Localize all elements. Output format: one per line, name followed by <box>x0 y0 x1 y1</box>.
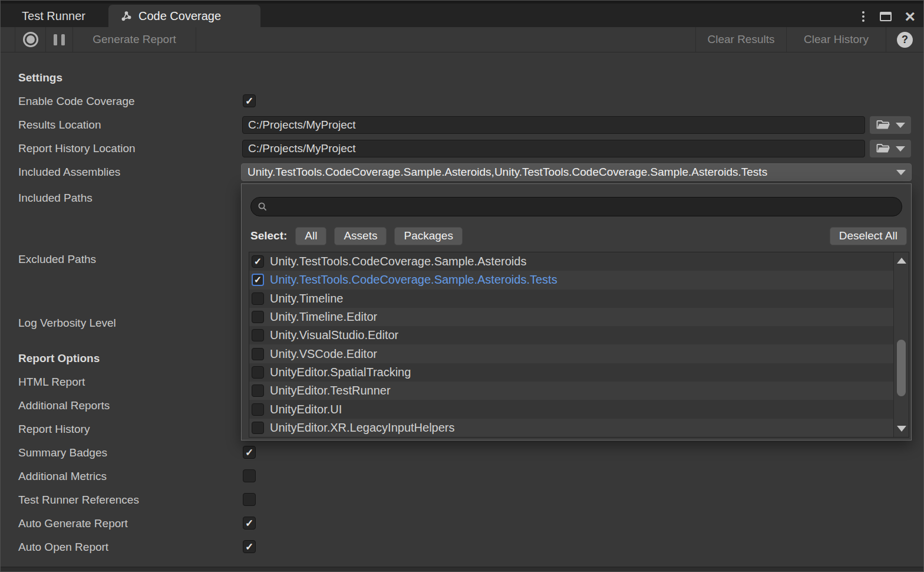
assembly-list-item[interactable]: Unity.Timeline.Editor <box>249 308 893 326</box>
assembly-item-name: UnityEditor.UI <box>270 403 342 416</box>
assembly-search-box[interactable] <box>250 197 902 216</box>
window-controls: × <box>860 8 915 25</box>
auto-generate-report-checkbox[interactable] <box>243 517 256 530</box>
assembly-item-checkbox[interactable] <box>252 366 264 379</box>
folder-dropdown-arrow-icon <box>896 123 905 128</box>
assembly-list-scrollbar[interactable] <box>893 252 909 437</box>
toolbar-spacer <box>1 27 15 52</box>
scrollbar-thumb[interactable] <box>897 340 906 396</box>
help-icon: ? <box>897 32 913 48</box>
report-history-location-label: Report History Location <box>18 142 136 156</box>
pause-button[interactable] <box>46 27 73 52</box>
help-button[interactable]: ? <box>886 27 923 52</box>
assembly-item-checkbox[interactable] <box>252 403 264 416</box>
tab-code-coverage[interactable]: Code Coverage <box>108 5 260 27</box>
assembly-list-item[interactable]: Unity.Timeline <box>249 290 893 308</box>
assembly-item-checkbox[interactable] <box>252 274 264 286</box>
results-location-field[interactable]: C:/Projects/MyProject <box>242 116 865 134</box>
additional-metrics-label: Additional Metrics <box>18 469 107 484</box>
assembly-list-item[interactable]: UnityEditor.SpatialTracking <box>249 363 893 382</box>
assembly-list-item[interactable]: UnityEditor.XR.LegacyInputHelpers <box>249 419 893 437</box>
assembly-item-name: Unity.Timeline <box>270 292 343 305</box>
assembly-list-item[interactable]: Unity.VisualStudio.Editor <box>249 326 893 344</box>
code-coverage-icon <box>120 10 133 22</box>
window-menu-kebab-icon[interactable] <box>860 10 867 23</box>
maximize-icon[interactable] <box>880 12 892 21</box>
clear-results-button[interactable]: Clear Results <box>695 27 786 52</box>
additional-metrics-checkbox[interactable] <box>243 469 256 482</box>
folder-icon <box>876 143 890 154</box>
record-button[interactable] <box>15 27 46 52</box>
unity-editor-window: Test Runner Code Coverage × <box>0 0 924 572</box>
assembly-list-item[interactable]: Unity.TestTools.CodeCoverage.Sample.Aste… <box>249 252 893 271</box>
excluded-paths-label: Excluded Paths <box>18 252 96 267</box>
folder-icon <box>876 120 890 130</box>
assembly-list-item[interactable]: Unity.TestTools.CodeCoverage.Sample.Aste… <box>249 271 893 289</box>
tab-code-coverage-label: Code Coverage <box>138 9 221 23</box>
auto-generate-report-label: Auto Generate Report <box>18 517 128 531</box>
included-paths-label: Included Paths <box>18 191 93 205</box>
clear-history-button[interactable]: Clear History <box>786 27 886 52</box>
tab-test-runner[interactable]: Test Runner <box>4 5 103 27</box>
results-location-label: Results Location <box>18 118 101 132</box>
assembly-item-name: UnityEditor.TestRunner <box>270 384 391 397</box>
search-icon <box>258 202 268 212</box>
select-label: Select: <box>250 229 287 242</box>
generate-report-button[interactable]: Generate Report <box>73 27 196 52</box>
scroll-down-icon[interactable] <box>897 426 906 432</box>
assembly-item-name: UnityEditor.XR.LegacyInputHelpers <box>270 421 455 435</box>
included-assemblies-label: Included Assemblies <box>18 165 120 179</box>
assembly-item-checkbox[interactable] <box>252 292 264 305</box>
included-assemblies-popup: Select: All Assets Packages Deselect All… <box>241 183 912 440</box>
assembly-item-name: UnityEditor.SpatialTracking <box>270 366 411 379</box>
assembly-search-input[interactable] <box>272 198 902 216</box>
report-options-section-title: Report Options <box>18 351 100 366</box>
toolbar: Generate Report Clear Results Clear Hist… <box>1 27 923 52</box>
auto-open-report-label: Auto Open Report <box>18 540 108 554</box>
folder-dropdown-arrow-icon <box>896 146 905 152</box>
test-runner-references-checkbox[interactable] <box>243 493 256 506</box>
assembly-item-checkbox[interactable] <box>252 384 264 397</box>
test-runner-references-label: Test Runner References <box>18 493 139 507</box>
enable-code-coverage-checkbox[interactable] <box>243 94 256 107</box>
assembly-list: Unity.TestTools.CodeCoverage.Sample.Aste… <box>249 252 909 438</box>
results-location-folder-button[interactable] <box>870 116 911 134</box>
assembly-rows: Unity.TestTools.CodeCoverage.Sample.Aste… <box>249 252 893 437</box>
close-icon[interactable]: × <box>905 9 915 24</box>
assembly-item-checkbox[interactable] <box>252 255 264 268</box>
dropdown-arrow-icon <box>896 170 906 175</box>
window-bottom-strip <box>1 567 923 571</box>
html-report-label: HTML Report <box>18 375 85 389</box>
summary-badges-checkbox[interactable] <box>243 446 256 459</box>
report-history-folder-button[interactable] <box>870 140 911 157</box>
enable-code-coverage-label: Enable Code Coverage <box>18 94 135 109</box>
report-history-location-field[interactable]: C:/Projects/MyProject <box>242 140 865 157</box>
log-verbosity-level-label: Log Verbosity Level <box>18 316 116 330</box>
assembly-item-name: Unity.TestTools.CodeCoverage.Sample.Aste… <box>270 255 526 268</box>
assembly-item-name: Unity.VSCode.Editor <box>270 347 377 361</box>
assembly-item-checkbox[interactable] <box>252 348 264 360</box>
tab-test-runner-label: Test Runner <box>22 9 85 23</box>
report-history-label: Report History <box>18 422 90 436</box>
assembly-item-checkbox[interactable] <box>252 329 264 341</box>
deselect-all-button[interactable]: Deselect All <box>830 227 907 245</box>
scroll-up-icon[interactable] <box>897 258 906 264</box>
assembly-select-row: Select: All Assets Packages Deselect All <box>250 226 907 245</box>
assembly-item-name: Unity.TestTools.CodeCoverage.Sample.Aste… <box>270 273 557 287</box>
assembly-item-name: Unity.VisualStudio.Editor <box>270 328 398 342</box>
tab-bar: Test Runner Code Coverage × <box>1 1 923 27</box>
additional-reports-label: Additional Reports <box>18 399 110 413</box>
assembly-item-checkbox[interactable] <box>252 311 264 323</box>
included-assemblies-value: Unity.TestTools.CodeCoverage.Sample.Aste… <box>248 166 767 178</box>
assembly-item-name: Unity.Timeline.Editor <box>270 310 377 324</box>
pause-icon <box>54 34 57 45</box>
included-assemblies-dropdown[interactable]: Unity.TestTools.CodeCoverage.Sample.Aste… <box>241 163 912 181</box>
assembly-list-item[interactable]: UnityEditor.UI <box>249 400 893 418</box>
select-packages-button[interactable]: Packages <box>394 227 462 245</box>
assembly-item-checkbox[interactable] <box>252 422 264 434</box>
assembly-list-item[interactable]: Unity.VSCode.Editor <box>249 344 893 363</box>
select-all-button[interactable]: All <box>295 227 326 245</box>
select-assets-button[interactable]: Assets <box>334 227 387 245</box>
auto-open-report-checkbox[interactable] <box>243 540 256 553</box>
assembly-list-item[interactable]: UnityEditor.TestRunner <box>249 382 893 400</box>
